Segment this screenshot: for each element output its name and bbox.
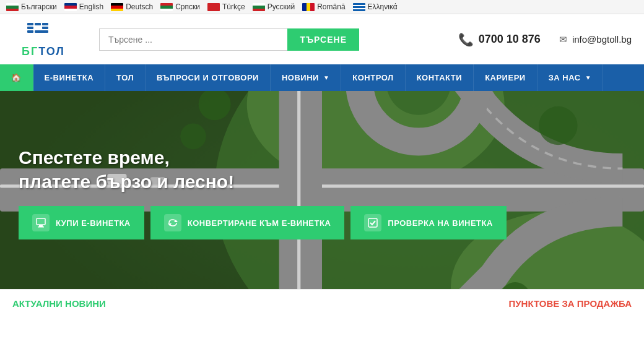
logo[interactable]: БГТОЛ bbox=[12, 20, 74, 58]
bottom-news-link[interactable]: АКТУАЛНИ НОВИНИ bbox=[12, 298, 106, 309]
svg-rect-28 bbox=[38, 226, 44, 228]
bottom-bar: АКТУАЛНИ НОВИНИ ПУНКТОВЕ ЗА ПРОДАЖБА bbox=[0, 289, 644, 317]
lang-de[interactable]: Deutsch bbox=[111, 2, 153, 11]
svg-rect-4 bbox=[42, 27, 48, 29]
hero-title-line2: платете бързо и лесно! bbox=[19, 171, 234, 192]
flag-de bbox=[111, 3, 123, 11]
lang-el[interactable]: Ελληνικά bbox=[353, 2, 398, 11]
flag-tr bbox=[207, 3, 220, 11]
lang-en[interactable]: English bbox=[64, 2, 103, 11]
nav-kontakti[interactable]: КОНТАКТИ bbox=[406, 64, 474, 91]
search-form: ТЪРСЕНЕ bbox=[99, 28, 359, 51]
language-bar: Български English Deutsch Српски Türkçe … bbox=[0, 0, 644, 14]
flag-ro bbox=[302, 3, 315, 11]
bottom-sales-link[interactable]: ПУНКТОВЕ ЗА ПРОДАЖБА bbox=[508, 298, 632, 309]
main-nav: 🏠 Е-ВИНЕТКА ТОЛ ВЪПРОСИ И ОТГОВОРИ НОВИН… bbox=[0, 64, 644, 91]
lang-ro[interactable]: Română bbox=[302, 2, 345, 11]
phone-number: 0700 10 876 bbox=[479, 33, 541, 46]
svg-rect-31 bbox=[368, 218, 377, 227]
hero-buttons: КУПИ Е-ВИНЕТКА КОНВЕРТИРАНЕ КЪМ Е-ВИНЕТК… bbox=[19, 206, 507, 239]
logo-text: БГТОЛ bbox=[22, 45, 65, 58]
email-address: info@bgtoll.bg bbox=[572, 34, 632, 45]
svg-rect-26 bbox=[37, 218, 45, 225]
lang-ru-label: Русский bbox=[268, 2, 295, 11]
hero-section: Спестете време, платете бързо и лесно! К… bbox=[0, 91, 644, 289]
convert-icon bbox=[167, 217, 178, 228]
bottom-sales-static: ПУНКТОВЕ ЗА bbox=[508, 298, 577, 309]
svg-rect-6 bbox=[35, 30, 48, 33]
za-nas-dropdown-arrow: ▼ bbox=[585, 74, 591, 81]
convert-vinetka-label: КОНВЕРТИРАНЕ КЪМ Е-ВИНЕТКА bbox=[188, 218, 331, 228]
bottom-sales-highlight: ПРОДАЖБА bbox=[577, 298, 632, 309]
nav-tol[interactable]: ТОЛ bbox=[105, 64, 146, 91]
flag-sr bbox=[160, 3, 173, 11]
logo-icon bbox=[25, 20, 62, 45]
nav-faq[interactable]: ВЪПРОСИ И ОТГОВОРИ bbox=[146, 64, 271, 91]
phone-display: 📞 0700 10 876 bbox=[458, 32, 541, 47]
flag-uk bbox=[64, 3, 77, 11]
news-dropdown-arrow: ▼ bbox=[323, 74, 329, 81]
contact-info: 📞 0700 10 876 ✉ info@bgtoll.bg bbox=[458, 32, 632, 47]
convert-vinetka-button[interactable]: КОНВЕРТИРАНЕ КЪМ Е-ВИНЕТКА bbox=[150, 206, 345, 239]
nav-home[interactable]: 🏠 bbox=[0, 64, 33, 91]
svg-rect-27 bbox=[39, 225, 43, 226]
check-vinetka-icon bbox=[364, 214, 381, 231]
svg-rect-1 bbox=[35, 23, 41, 25]
checkmark-icon bbox=[367, 217, 378, 228]
hero-title: Спестете време, платете бързо и лесно! bbox=[19, 145, 507, 194]
flag-bg bbox=[6, 3, 19, 11]
monitor-icon bbox=[35, 217, 46, 228]
lang-ru[interactable]: Русский bbox=[253, 2, 295, 11]
flag-ru bbox=[253, 3, 265, 11]
search-input[interactable] bbox=[99, 28, 287, 51]
lang-tr-label: Türkçe bbox=[222, 2, 245, 11]
buy-vinetka-icon bbox=[32, 214, 50, 231]
lang-en-label: English bbox=[79, 2, 103, 11]
nav-e-vinetka[interactable]: Е-ВИНЕТКА bbox=[33, 64, 106, 91]
lang-de-label: Deutsch bbox=[126, 2, 153, 11]
lang-bg[interactable]: Български bbox=[6, 2, 57, 11]
logo-tol: ТОЛ bbox=[38, 45, 65, 58]
nav-news[interactable]: НОВИНИ ▼ bbox=[271, 64, 341, 91]
lang-el-label: Ελληνικά bbox=[368, 2, 398, 11]
svg-rect-2 bbox=[42, 23, 48, 25]
flag-el bbox=[353, 3, 365, 11]
svg-rect-3 bbox=[27, 27, 33, 29]
lang-sr-label: Српски bbox=[175, 2, 200, 11]
lang-tr[interactable]: Türkçe bbox=[207, 2, 245, 11]
lang-bg-label: Български bbox=[21, 2, 57, 11]
convert-vinetka-icon bbox=[164, 214, 181, 231]
svg-rect-0 bbox=[27, 23, 33, 25]
lang-sr[interactable]: Српски bbox=[160, 2, 200, 11]
check-vinetka-button[interactable]: ПРОВЕРКА НА ВИНЕТКА bbox=[350, 206, 507, 239]
check-vinetka-label: ПРОВЕРКА НА ВИНЕТКА bbox=[388, 218, 493, 228]
email-display: ✉ info@bgtoll.bg bbox=[559, 34, 632, 45]
search-button[interactable]: ТЪРСЕНЕ bbox=[287, 28, 359, 51]
nav-za-nas[interactable]: ЗА НАС ▼ bbox=[537, 64, 603, 91]
hero-title-line1: Спестете време, bbox=[19, 147, 170, 168]
nav-kontrol[interactable]: КОНТРОЛ bbox=[341, 64, 405, 91]
nav-kariery[interactable]: КАРИЕРИ bbox=[474, 64, 537, 91]
buy-vinetka-button[interactable]: КУПИ Е-ВИНЕТКА bbox=[19, 206, 144, 239]
lang-ro-label: Română bbox=[317, 2, 345, 11]
buy-vinetka-label: КУПИ Е-ВИНЕТКА bbox=[56, 218, 131, 228]
phone-icon: 📞 bbox=[458, 32, 474, 47]
home-icon: 🏠 bbox=[11, 73, 22, 82]
site-header: БГТОЛ ТЪРСЕНЕ 📞 0700 10 876 ✉ info@bgtol… bbox=[0, 14, 644, 64]
bottom-news-static: АКТУАЛНИ bbox=[12, 298, 65, 309]
logo-bg: БГ bbox=[22, 45, 38, 58]
bottom-news-highlight: НОВИНИ bbox=[65, 298, 106, 309]
email-icon: ✉ bbox=[559, 34, 567, 45]
hero-text-content: Спестете време, платете бързо и лесно! К… bbox=[19, 145, 507, 239]
svg-point-21 bbox=[539, 106, 577, 145]
svg-rect-5 bbox=[27, 30, 33, 33]
